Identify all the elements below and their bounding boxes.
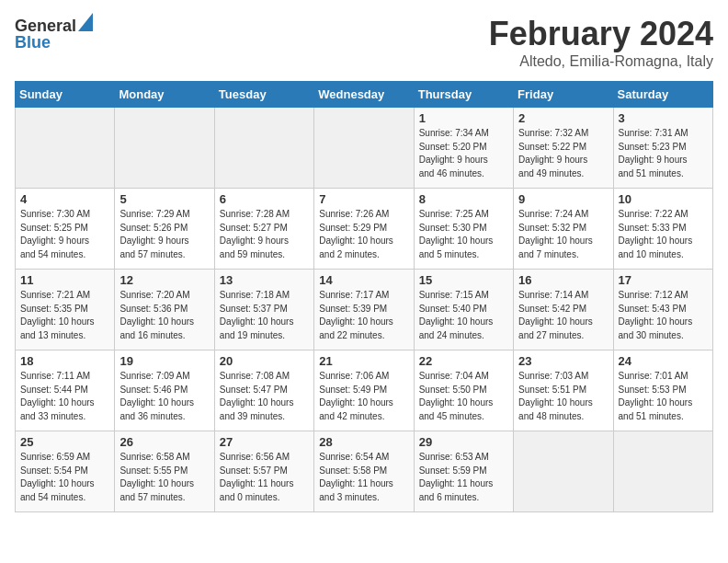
day-number: 23 bbox=[518, 354, 608, 368]
day-info: Sunrise: 7:18 AMSunset: 5:37 PMDaylight:… bbox=[220, 289, 309, 342]
calendar-day-cell: 22Sunrise: 7:04 AMSunset: 5:50 PMDayligh… bbox=[414, 350, 513, 431]
day-info: Sunrise: 6:59 AMSunset: 5:54 PMDaylight:… bbox=[20, 451, 109, 504]
calendar-week-row: 1Sunrise: 7:34 AMSunset: 5:20 PMDaylight… bbox=[16, 108, 713, 189]
day-number: 11 bbox=[20, 273, 109, 287]
day-info: Sunrise: 7:30 AMSunset: 5:25 PMDaylight:… bbox=[20, 208, 109, 261]
day-info: Sunrise: 7:34 AMSunset: 5:20 PMDaylight:… bbox=[419, 127, 508, 180]
day-number: 13 bbox=[220, 273, 309, 287]
day-info: Sunrise: 6:54 AMSunset: 5:58 PMDaylight:… bbox=[319, 451, 408, 504]
calendar-day-cell: 3Sunrise: 7:31 AMSunset: 5:23 PMDaylight… bbox=[613, 108, 712, 189]
day-number: 8 bbox=[419, 192, 508, 206]
day-number: 15 bbox=[419, 273, 508, 287]
calendar-day-cell bbox=[16, 108, 115, 189]
month-title: February 2024 bbox=[489, 15, 713, 53]
weekday-header: Thursday bbox=[414, 82, 513, 108]
day-number: 28 bbox=[319, 435, 408, 449]
calendar-day-cell: 13Sunrise: 7:18 AMSunset: 5:37 PMDayligh… bbox=[214, 270, 313, 350]
calendar-week-row: 4Sunrise: 7:30 AMSunset: 5:25 PMDaylight… bbox=[16, 189, 713, 270]
day-number: 24 bbox=[619, 354, 708, 368]
day-info: Sunrise: 7:06 AMSunset: 5:49 PMDaylight:… bbox=[319, 370, 408, 423]
day-info: Sunrise: 7:14 AMSunset: 5:42 PMDaylight:… bbox=[518, 289, 608, 342]
day-info: Sunrise: 7:29 AMSunset: 5:26 PMDaylight:… bbox=[119, 208, 209, 261]
calendar-day-cell: 7Sunrise: 7:26 AMSunset: 5:29 PMDaylight… bbox=[314, 189, 414, 270]
day-number: 18 bbox=[20, 354, 109, 368]
calendar-day-cell: 27Sunrise: 6:56 AMSunset: 5:57 PMDayligh… bbox=[214, 431, 313, 512]
logo-blue: Blue bbox=[15, 33, 93, 52]
day-number: 19 bbox=[119, 354, 209, 368]
day-number: 25 bbox=[20, 435, 109, 449]
calendar-day-cell bbox=[514, 431, 613, 512]
calendar-day-cell: 6Sunrise: 7:28 AMSunset: 5:27 PMDaylight… bbox=[214, 189, 313, 270]
weekday-header: Wednesday bbox=[314, 82, 414, 108]
calendar-day-cell bbox=[613, 431, 712, 512]
day-info: Sunrise: 6:58 AMSunset: 5:55 PMDaylight:… bbox=[119, 451, 209, 504]
day-number: 29 bbox=[419, 435, 508, 449]
calendar-day-cell: 16Sunrise: 7:14 AMSunset: 5:42 PMDayligh… bbox=[514, 270, 613, 350]
title-area: February 2024 Altedo, Emilia-Romagna, It… bbox=[489, 15, 713, 70]
calendar-day-cell: 8Sunrise: 7:25 AMSunset: 5:30 PMDaylight… bbox=[414, 189, 513, 270]
day-number: 27 bbox=[220, 435, 309, 449]
calendar-day-cell: 2Sunrise: 7:32 AMSunset: 5:22 PMDaylight… bbox=[514, 108, 613, 189]
day-info: Sunrise: 7:03 AMSunset: 5:51 PMDaylight:… bbox=[518, 370, 608, 423]
day-info: Sunrise: 7:04 AMSunset: 5:50 PMDaylight:… bbox=[419, 370, 508, 423]
calendar-day-cell: 5Sunrise: 7:29 AMSunset: 5:26 PMDaylight… bbox=[115, 189, 214, 270]
day-number: 14 bbox=[319, 273, 408, 287]
weekday-header: Saturday bbox=[613, 82, 712, 108]
calendar-day-cell: 19Sunrise: 7:09 AMSunset: 5:46 PMDayligh… bbox=[115, 350, 214, 431]
calendar-day-cell bbox=[314, 108, 414, 189]
calendar-day-cell: 26Sunrise: 6:58 AMSunset: 5:55 PMDayligh… bbox=[115, 431, 214, 512]
calendar-day-cell: 25Sunrise: 6:59 AMSunset: 5:54 PMDayligh… bbox=[16, 431, 115, 512]
day-info: Sunrise: 7:01 AMSunset: 5:53 PMDaylight:… bbox=[619, 370, 708, 423]
calendar-body: 1Sunrise: 7:34 AMSunset: 5:20 PMDaylight… bbox=[16, 108, 713, 512]
calendar-day-cell: 1Sunrise: 7:34 AMSunset: 5:20 PMDaylight… bbox=[414, 108, 513, 189]
calendar-day-cell: 15Sunrise: 7:15 AMSunset: 5:40 PMDayligh… bbox=[414, 270, 513, 350]
day-info: Sunrise: 7:26 AMSunset: 5:29 PMDaylight:… bbox=[319, 208, 408, 261]
calendar-week-row: 11Sunrise: 7:21 AMSunset: 5:35 PMDayligh… bbox=[16, 270, 713, 350]
calendar-day-cell: 4Sunrise: 7:30 AMSunset: 5:25 PMDaylight… bbox=[16, 189, 115, 270]
day-info: Sunrise: 7:12 AMSunset: 5:43 PMDaylight:… bbox=[619, 289, 708, 342]
calendar-day-cell: 28Sunrise: 6:54 AMSunset: 5:58 PMDayligh… bbox=[314, 431, 414, 512]
svg-marker-0 bbox=[78, 13, 93, 31]
calendar-day-cell: 9Sunrise: 7:24 AMSunset: 5:32 PMDaylight… bbox=[514, 189, 613, 270]
calendar-day-cell: 20Sunrise: 7:08 AMSunset: 5:47 PMDayligh… bbox=[214, 350, 313, 431]
day-info: Sunrise: 6:56 AMSunset: 5:57 PMDaylight:… bbox=[220, 451, 309, 504]
logo-triangle-icon bbox=[78, 13, 93, 31]
calendar-day-cell: 24Sunrise: 7:01 AMSunset: 5:53 PMDayligh… bbox=[613, 350, 712, 431]
day-info: Sunrise: 7:08 AMSunset: 5:47 PMDaylight:… bbox=[220, 370, 309, 423]
calendar-day-cell: 14Sunrise: 7:17 AMSunset: 5:39 PMDayligh… bbox=[314, 270, 414, 350]
calendar-day-cell: 17Sunrise: 7:12 AMSunset: 5:43 PMDayligh… bbox=[613, 270, 712, 350]
day-number: 17 bbox=[619, 273, 708, 287]
day-number: 4 bbox=[20, 192, 109, 206]
day-number: 3 bbox=[619, 111, 708, 125]
day-info: Sunrise: 7:11 AMSunset: 5:44 PMDaylight:… bbox=[20, 370, 109, 423]
day-number: 9 bbox=[518, 192, 608, 206]
weekday-header: Tuesday bbox=[214, 82, 313, 108]
day-number: 7 bbox=[319, 192, 408, 206]
calendar-day-cell: 29Sunrise: 6:53 AMSunset: 5:59 PMDayligh… bbox=[414, 431, 513, 512]
day-info: Sunrise: 7:22 AMSunset: 5:33 PMDaylight:… bbox=[619, 208, 708, 261]
calendar-week-row: 25Sunrise: 6:59 AMSunset: 5:54 PMDayligh… bbox=[16, 431, 713, 512]
weekday-header: Sunday bbox=[16, 82, 115, 108]
day-number: 2 bbox=[518, 111, 608, 125]
calendar-day-cell: 23Sunrise: 7:03 AMSunset: 5:51 PMDayligh… bbox=[514, 350, 613, 431]
calendar-day-cell: 11Sunrise: 7:21 AMSunset: 5:35 PMDayligh… bbox=[16, 270, 115, 350]
location-title: Altedo, Emilia-Romagna, Italy bbox=[489, 53, 713, 70]
day-info: Sunrise: 7:28 AMSunset: 5:27 PMDaylight:… bbox=[220, 208, 309, 261]
day-number: 21 bbox=[319, 354, 408, 368]
day-info: Sunrise: 7:24 AMSunset: 5:32 PMDaylight:… bbox=[518, 208, 608, 261]
day-info: Sunrise: 6:53 AMSunset: 5:59 PMDaylight:… bbox=[419, 451, 508, 504]
day-info: Sunrise: 7:20 AMSunset: 5:36 PMDaylight:… bbox=[119, 289, 209, 342]
weekday-header: Monday bbox=[115, 82, 214, 108]
day-number: 22 bbox=[419, 354, 508, 368]
day-number: 1 bbox=[419, 111, 508, 125]
header: General Blue February 2024 Altedo, Emili… bbox=[15, 15, 713, 70]
day-number: 12 bbox=[119, 273, 209, 287]
calendar-day-cell: 21Sunrise: 7:06 AMSunset: 5:49 PMDayligh… bbox=[314, 350, 414, 431]
calendar-day-cell: 10Sunrise: 7:22 AMSunset: 5:33 PMDayligh… bbox=[613, 189, 712, 270]
day-info: Sunrise: 7:31 AMSunset: 5:23 PMDaylight:… bbox=[619, 127, 708, 180]
day-info: Sunrise: 7:32 AMSunset: 5:22 PMDaylight:… bbox=[518, 127, 608, 180]
logo: General Blue bbox=[15, 15, 93, 52]
calendar-header-row: SundayMondayTuesdayWednesdayThursdayFrid… bbox=[16, 82, 713, 108]
weekday-header: Friday bbox=[514, 82, 613, 108]
day-number: 26 bbox=[119, 435, 209, 449]
